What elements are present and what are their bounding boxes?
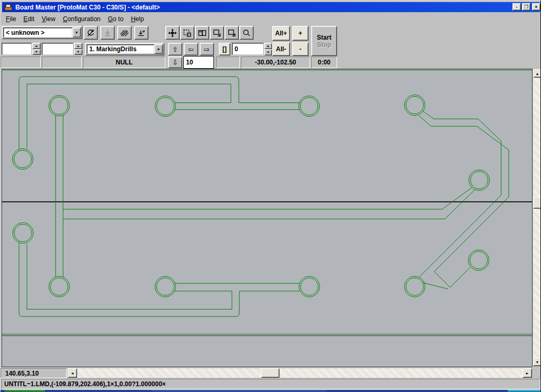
menu-file[interactable]: File: [6, 15, 16, 23]
cursor-coords-cell: 140.65,3.10: [1, 368, 67, 378]
arrow-right-icon: ⇨: [204, 45, 210, 53]
pcb-pad: [14, 225, 32, 242]
close-button[interactable]: ×: [532, 3, 540, 11]
to-front-button[interactable]: [210, 26, 224, 40]
count-spinner[interactable]: ▲ ▼: [264, 43, 272, 55]
spin-up-icon[interactable]: ▲: [264, 43, 272, 49]
vertical-scrollbar[interactable]: ▲ ▼: [533, 69, 541, 366]
move-head-icon: [168, 29, 177, 38]
y-position-spinner[interactable]: ▲ ▼: [74, 43, 82, 55]
spin-down-icon[interactable]: ▼: [74, 49, 82, 55]
import-data-button[interactable]: [100, 26, 115, 40]
pcb-pad: [14, 151, 32, 168]
app-window: Board Master [ProtoMat C30 - C30/S] - <d…: [0, 0, 541, 392]
brackets-button[interactable]: []: [219, 43, 230, 55]
restore-button[interactable]: ❐: [522, 3, 530, 11]
pcb-pad: [13, 149, 33, 170]
vertical-scrollbar-thumb[interactable]: [533, 197, 541, 209]
move-up-button[interactable]: ⇧: [168, 43, 182, 55]
move-head-button[interactable]: [165, 26, 180, 40]
phase-combo-value[interactable]: 1. MarkingDrills: [87, 44, 154, 54]
pcb-pad: [299, 96, 320, 117]
menu-configuration[interactable]: Configuration: [63, 15, 100, 23]
arrow-up-icon: ▲: [536, 72, 539, 76]
to-back-button[interactable]: [225, 26, 239, 40]
taskbar-tray-edge[interactable]: [508, 390, 541, 392]
pcb-pad: [469, 250, 489, 270]
pcb-pad: [471, 172, 488, 189]
arrow-up-icon: ⇧: [172, 45, 178, 53]
spin-up-icon[interactable]: ▲: [32, 43, 41, 49]
tool-head-combo-arrow[interactable]: ▼: [72, 27, 81, 38]
scroll-down-button[interactable]: ▼: [533, 358, 541, 366]
duplicate-window-icon: [198, 29, 207, 38]
menu-help[interactable]: Help: [131, 15, 144, 23]
milling-area-icon: [120, 29, 129, 38]
pcb-pad: [51, 278, 68, 295]
phase-combo[interactable]: 1. MarkingDrills ▼: [85, 43, 164, 55]
pcb-pad: [299, 276, 320, 297]
step-field[interactable]: 10: [183, 56, 214, 69]
pcb-pad: [405, 95, 425, 116]
pcb-pad: [406, 278, 424, 295]
spin-up-icon[interactable]: ▲: [74, 43, 82, 49]
start-stop-button[interactable]: Start Stop: [311, 26, 337, 56]
restore-icon: ❐: [524, 4, 528, 10]
tool-status-cell: NULL: [83, 57, 165, 68]
pcb-pad: [51, 97, 68, 115]
move-left-button[interactable]: ⇦: [184, 43, 198, 55]
pcb-canvas[interactable]: [2, 69, 533, 367]
arrow-down-icon: ⇩: [172, 59, 178, 67]
menu-bar: File Edit View Configuration Go to Help: [2, 13, 540, 24]
minimize-button[interactable]: -: [512, 3, 521, 11]
x-position-spinner[interactable]: ▲ ▼: [32, 43, 41, 55]
taskbar-start-edge[interactable]: [5, 390, 45, 392]
status-bar: UNTITL~1.LMD,(-109.879,202.406),1×1,0.00…: [2, 379, 540, 389]
reset-connection-button[interactable]: [83, 26, 98, 40]
x-position-field[interactable]: [2, 43, 32, 55]
menu-go-to[interactable]: Go to: [108, 15, 123, 23]
count-field[interactable]: 0: [232, 43, 264, 55]
spin-down-icon[interactable]: ▼: [264, 49, 272, 55]
horizontal-scrollbar-thumb[interactable]: [261, 368, 279, 378]
menu-edit[interactable]: Edit: [23, 15, 34, 23]
window-title: Board Master [ProtoMat C30 - C30/S] - <d…: [15, 4, 160, 11]
pcb-pad: [13, 223, 33, 244]
y-position-field[interactable]: [42, 43, 73, 55]
arrow-left-icon: ◄: [71, 371, 74, 375]
pcb-pad: [157, 278, 174, 295]
zoom-button[interactable]: [239, 26, 254, 40]
move-right-button[interactable]: ⇨: [200, 43, 214, 55]
taskbar-window-edge[interactable]: [152, 390, 326, 392]
move-down-button[interactable]: ⇩: [168, 57, 182, 68]
phase-combo-arrow[interactable]: ▼: [154, 44, 163, 54]
duplicate-window-button[interactable]: [195, 26, 209, 40]
reset-connection-icon: [86, 29, 95, 38]
plus-button[interactable]: +: [292, 26, 309, 41]
all-plus-button[interactable]: All+: [272, 26, 290, 41]
pcb-pad: [470, 251, 488, 269]
start-label: Start: [317, 34, 331, 41]
pcb-pad: [155, 96, 176, 117]
close-icon: ×: [535, 4, 537, 10]
title-bar[interactable]: Board Master [ProtoMat C30 - C30/S] - <d…: [2, 2, 540, 12]
tool-head-combo[interactable]: < unknown > ▼: [2, 26, 82, 39]
pcb-pad: [49, 96, 70, 116]
copy-window-button[interactable]: [180, 26, 194, 40]
spin-down-icon[interactable]: ▼: [32, 49, 41, 55]
taskbar-edge: [1, 390, 541, 392]
all-minus-button[interactable]: All-: [272, 42, 290, 56]
mill-head-button[interactable]: [134, 26, 148, 40]
scroll-up-button[interactable]: ▲: [533, 69, 541, 78]
scroll-left-button[interactable]: ◄: [68, 368, 77, 378]
stop-label: Stop: [317, 41, 331, 49]
import-data-icon: [103, 29, 112, 38]
scroll-right-button[interactable]: ►: [523, 368, 532, 378]
menu-view[interactable]: View: [42, 15, 55, 23]
pcb-pad: [405, 276, 425, 297]
horizontal-scrollbar[interactable]: ◄ ►: [68, 368, 532, 378]
milling-area-button[interactable]: [117, 26, 132, 40]
tool-head-combo-value[interactable]: < unknown >: [3, 27, 72, 38]
minus-button[interactable]: -: [292, 42, 309, 56]
to-front-icon: [212, 29, 221, 38]
